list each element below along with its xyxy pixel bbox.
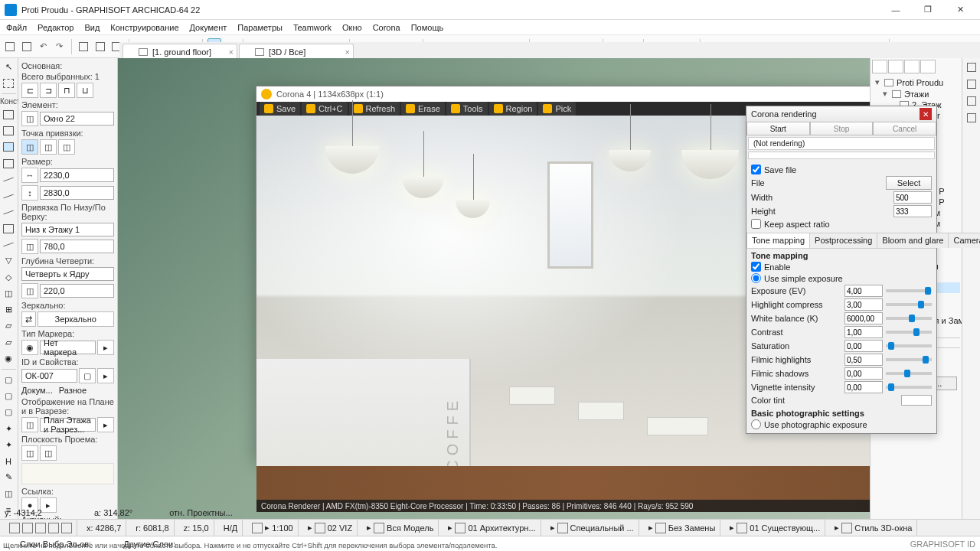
tool-g[interactable]: ▱ [0, 318, 17, 333]
tb-redo[interactable]: ↷ [53, 38, 67, 55]
param-3-input[interactable] [844, 326, 883, 338]
menu-file[interactable]: Файл [6, 23, 27, 32]
simple-exposure-radio[interactable]: Use simple exposure [751, 273, 932, 283]
plan-field[interactable]: План Этажа и Разрез... [40, 418, 96, 432]
param-1-slider[interactable] [886, 303, 932, 306]
open-1[interactable]: ◫ [21, 445, 38, 461]
menu-view[interactable]: Вид [84, 23, 100, 32]
nav-tab-3[interactable] [904, 60, 920, 73]
menu-help[interactable]: Помощь [411, 23, 444, 32]
slab-tool[interactable] [0, 189, 17, 204]
vfb-save[interactable]: Save [260, 102, 300, 116]
id-arrow[interactable]: ▸ [97, 368, 114, 383]
param-3-slider[interactable] [886, 331, 932, 334]
mirror-btn[interactable]: Зеркально [38, 311, 114, 327]
anchor-3[interactable]: ◫ [58, 139, 75, 155]
close-button[interactable]: ✕ [945, 2, 975, 18]
grid-icon[interactable] [22, 523, 33, 533]
open-2[interactable]: ◫ [40, 445, 57, 461]
tool-k[interactable]: ▢ [0, 389, 17, 403]
depth-field[interactable]: 220,0 [40, 284, 114, 298]
id-more[interactable]: ▢ [79, 368, 96, 383]
geom-method-3[interactable]: ⊓ [58, 83, 75, 98]
geom-method-4[interactable]: ⊔ [77, 83, 93, 98]
column-tool[interactable] [0, 156, 17, 171]
geom-method-2[interactable]: ⊐ [40, 83, 57, 98]
param-6-slider[interactable] [886, 372, 932, 375]
tb-open[interactable] [20, 38, 34, 55]
tool-q[interactable]: ◫ [0, 486, 17, 500]
param-4-slider[interactable] [886, 344, 932, 347]
nav-tab-4[interactable] [920, 60, 936, 73]
tb-new[interactable] [3, 38, 18, 55]
close-icon[interactable]: × [345, 47, 350, 57]
tab-ground-floor[interactable]: [1. ground floor] × [122, 44, 237, 59]
tab-camera[interactable]: Camera [948, 233, 980, 248]
tool-e[interactable]: ◫ [0, 286, 17, 301]
tool-l[interactable]: ▢ [0, 405, 17, 419]
maximize-button[interactable]: ❐ [913, 2, 943, 18]
corona-cancel[interactable]: Cancel [873, 122, 936, 135]
element-name[interactable]: Окно 22 [40, 112, 114, 126]
tool-c[interactable]: ▽ [0, 253, 17, 268]
wall-tool[interactable] [0, 107, 17, 122]
tb-undo[interactable]: ↶ [36, 38, 51, 55]
rtool-3[interactable] [964, 93, 979, 109]
rtool-1[interactable] [964, 60, 979, 75]
graphisoft-id[interactable]: GRAPHISOFT ID [910, 540, 975, 549]
tool-m[interactable]: ✦ [0, 422, 17, 436]
tool-f[interactable]: ⊞ [0, 302, 17, 317]
corona-start[interactable]: Start [746, 122, 810, 135]
bind-field[interactable]: Низ к Этажу 1 [21, 223, 114, 236]
trace-icon[interactable] [61, 523, 72, 533]
magnet-icon[interactable] [9, 523, 20, 533]
param-7-slider[interactable] [886, 386, 932, 389]
tool-d[interactable]: ◇ [0, 270, 17, 285]
param-4-input[interactable] [844, 340, 883, 352]
corona-panel-header[interactable]: Corona rendering ✕ [746, 106, 936, 122]
minimize-button[interactable]: — [880, 2, 911, 18]
tb-copy[interactable] [93, 38, 108, 55]
photo-exposure-radio[interactable]: Use photographic exposure [751, 419, 932, 429]
param-6-input[interactable] [844, 367, 883, 380]
vfb-ctrlc[interactable]: Ctrl+C [302, 102, 347, 116]
param-5-slider[interactable] [886, 358, 932, 361]
tool-j[interactable]: ▢ [0, 373, 17, 387]
rtool-2[interactable] [964, 77, 979, 92]
vfb-tools[interactable]: Tools [446, 102, 488, 116]
vfb-pick[interactable]: Pick [538, 102, 576, 116]
width-input[interactable] [893, 191, 932, 204]
height-field[interactable]: 2830,0 [40, 186, 114, 200]
height-input[interactable] [893, 205, 932, 217]
arrow-tool[interactable]: ↖ [0, 60, 17, 74]
param-5-input[interactable] [844, 354, 883, 366]
tab-tonemapping[interactable]: Tone mapping [746, 233, 810, 248]
id-field[interactable]: ОК-007 [21, 369, 77, 383]
offset-field[interactable]: 780,0 [40, 240, 114, 253]
tool-n[interactable]: ✦ [0, 438, 17, 452]
keep-aspect-check[interactable]: Keep aspect ratio [751, 219, 932, 229]
vfb-refresh[interactable]: Refresh [349, 102, 400, 116]
menu-teamwork[interactable]: Teamwork [293, 23, 332, 32]
menu-window[interactable]: Окно [342, 23, 362, 32]
corona-stop[interactable]: Stop [810, 122, 874, 135]
tool-b[interactable] [0, 237, 17, 252]
anchor-1[interactable]: ◫ [21, 139, 38, 155]
close-icon[interactable]: × [229, 47, 234, 57]
layer-icon[interactable] [252, 523, 263, 533]
tab-3d[interactable]: [3D / Все] × [239, 44, 354, 59]
corona-close[interactable]: ✕ [920, 108, 932, 120]
tb-cut[interactable] [77, 38, 91, 55]
marker-field[interactable]: Нет маркера [40, 341, 96, 354]
vfb-title-bar[interactable]: Corona 4 | 1134x638px (1:1) — □ ✕ [256, 86, 870, 102]
param-0-slider[interactable] [886, 289, 932, 292]
geom-method-1[interactable]: ⊏ [21, 83, 38, 98]
tool-i[interactable]: ◉ [0, 351, 17, 366]
tab-postprocessing[interactable]: Postprocessing [809, 233, 877, 248]
param-1-input[interactable] [844, 298, 883, 311]
save-file-check[interactable]: Save file [751, 165, 932, 174]
tool-p[interactable]: ✎ [0, 470, 17, 484]
param-7-input[interactable] [844, 381, 883, 393]
select-file-btn[interactable]: Select [886, 176, 932, 190]
marker-more[interactable]: ▸ [97, 340, 114, 355]
